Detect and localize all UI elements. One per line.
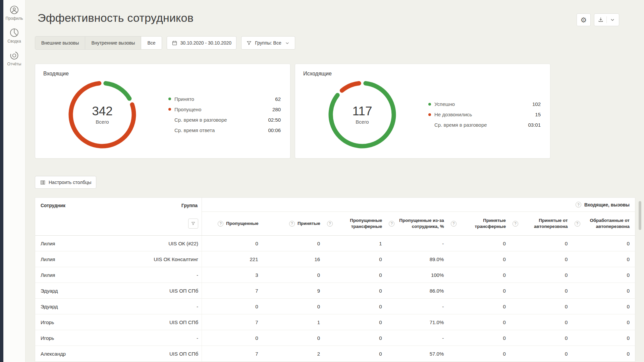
table-row[interactable]: Эдуард-000-000 <box>35 299 635 314</box>
metric-cell: 3 <box>202 267 264 283</box>
help-icon[interactable]: ? <box>218 221 223 227</box>
help-icon[interactable]: ? <box>513 221 518 227</box>
metric-cell: 0 <box>449 314 511 330</box>
metrics-group-header: ? Входящие, вызовы <box>202 198 635 212</box>
column-header[interactable]: ?Принятые от автоперезвона <box>511 212 573 235</box>
help-icon[interactable]: ? <box>575 221 580 227</box>
summary-icon <box>10 28 19 37</box>
metric-cell: 0 <box>325 330 387 346</box>
column-header[interactable]: ?Пропущенные <box>202 212 264 235</box>
donut-total-label: Всего <box>96 119 109 125</box>
metric-cell: 0 <box>573 330 635 346</box>
help-icon[interactable]: ? <box>451 221 457 227</box>
sidebar-item-summary[interactable]: Сводка <box>7 28 21 44</box>
legend-item: Принято62 <box>168 96 281 102</box>
group-cell: UIS ОП СПб <box>149 351 202 357</box>
calendar-icon <box>172 40 177 46</box>
metric-cell: 0 <box>511 251 573 267</box>
card-title: Входящие <box>43 71 282 77</box>
legend-stat: Ср. время в разговоре02:50 <box>168 117 281 123</box>
help-icon[interactable]: ? <box>327 221 333 227</box>
legend-item: Пропущено280 <box>168 107 281 112</box>
metric-cell: 0 <box>325 283 387 298</box>
group-cell: UIS ОК (#22) <box>149 241 202 246</box>
donut-chart-outgoing: 117 Всего <box>327 80 397 149</box>
donut-legend: Принято62Пропущено280Ср. время в разгово… <box>168 96 281 133</box>
column-header[interactable]: ?Принятые трансферные <box>449 212 511 235</box>
table-row[interactable]: ЭдуардUIS ОП СПб79086.0%000 <box>35 283 635 299</box>
configure-columns-button[interactable]: Настроить столбцы <box>35 176 96 189</box>
legend-dot <box>428 103 431 106</box>
help-icon[interactable]: ? <box>289 221 295 227</box>
filter-row: Внешние вызовыВнутренние вызовыВсе 30.10… <box>35 36 635 50</box>
employee-cell: Игорь <box>35 335 149 341</box>
columns-icon <box>40 180 46 185</box>
metric-cell: 0 <box>449 330 511 346</box>
metric-cell: 0 <box>264 236 326 251</box>
chevron-down-icon <box>284 40 290 46</box>
legend-item: Не дозвонились15 <box>428 112 541 117</box>
employees-table: Сотрудник Группа ? Входящие, вызовы ?Про… <box>35 197 635 362</box>
donut-total: 342 <box>92 104 113 118</box>
profile-icon <box>10 5 19 14</box>
column-header[interactable]: ?Пропущенные трансферные <box>326 212 387 235</box>
call-type-tab[interactable]: Внешние вызовы <box>35 37 85 49</box>
metric-cell: 86.0% <box>387 283 449 298</box>
metric-cell: 7 <box>202 314 264 330</box>
group-cell: UIS ОП СПб <box>149 288 202 294</box>
metric-cell: 0 <box>449 236 511 251</box>
column-header[interactable]: ?Пропущенные из-за сотрудника, % <box>387 212 449 235</box>
date-range-button[interactable]: 30.10.2020 - 30.10.2020 <box>167 36 237 50</box>
table-row[interactable]: Игорь-000-000 <box>35 330 635 346</box>
table-row[interactable]: ЛилияUIS ОК Консалтинг22116089.0%000 <box>35 251 635 267</box>
donut-total: 117 <box>353 104 372 118</box>
group-filter-button[interactable] <box>188 219 198 229</box>
help-icon[interactable]: ? <box>576 202 581 207</box>
main-content: Эффективность сотрудников ⚙ Внешние вызо… <box>25 0 644 362</box>
column-header[interactable]: ?Обработанные от автоперезвона <box>573 212 635 235</box>
group-cell: UIS ОК Консалтинг <box>149 256 202 262</box>
summary-cards: Входящие 342 Всего Принято62Пропущено280… <box>35 64 550 159</box>
metric-cell: 0 <box>573 299 635 314</box>
metric-cell: 0 <box>264 267 326 283</box>
metric-cell: 0 <box>202 299 264 314</box>
employee-cell: Александр <box>35 351 149 357</box>
column-header-group[interactable]: Группа <box>149 198 202 212</box>
group-cell: UIS ОП СПб <box>149 319 202 325</box>
metrics-group-header-label: Входящие, вызовы <box>584 202 630 207</box>
metric-cell: 0 <box>511 283 573 298</box>
call-type-tab[interactable]: Все <box>141 37 161 49</box>
metric-cell: 0 <box>264 299 326 314</box>
column-header-employee[interactable]: Сотрудник <box>35 198 149 212</box>
incoming-calls-card: Входящие 342 Всего Принято62Пропущено280… <box>35 64 290 159</box>
metric-cell: 0 <box>573 314 635 330</box>
metric-cell: 0 <box>449 283 511 298</box>
metric-header-row: ?Пропущенные?Принятые?Пропущенные трансф… <box>202 212 635 235</box>
table-row[interactable]: АлександрUIS ОП СПб72057.0%000 <box>35 346 635 362</box>
table-row[interactable]: ИгорьUIS ОП СПб71071.0%000 <box>35 314 635 330</box>
table-body: ЛилияUIS ОК (#22)001-000ЛилияUIS ОК Конс… <box>35 236 635 362</box>
groups-filter-button[interactable]: Группы: Все <box>241 36 295 50</box>
call-type-tab[interactable]: Внутренние вызовы <box>85 37 141 49</box>
group-cell: - <box>149 335 202 341</box>
employee-cell: Эдуард <box>35 288 149 294</box>
sidebar-item-reports[interactable]: Отчёты <box>7 51 21 66</box>
vertical-scrollbar[interactable] <box>639 201 641 230</box>
table-row[interactable]: ЛилияUIS ОК (#22)001-000 <box>35 236 635 251</box>
column-header[interactable]: ?Принятые <box>264 212 325 235</box>
metric-cell: 0 <box>264 330 326 346</box>
employee-cell: Лилия <box>35 272 149 278</box>
metric-cell: 0 <box>202 330 264 346</box>
donut-total-label: Всего <box>356 119 369 125</box>
help-icon[interactable]: ? <box>389 221 394 227</box>
metric-cell: - <box>387 236 449 251</box>
metric-cell: 0 <box>449 267 511 283</box>
sidebar-item-profile[interactable]: Профиль <box>6 5 23 21</box>
metric-cell: 0 <box>325 314 387 330</box>
table-row[interactable]: Лилия-300100%000 <box>35 267 635 283</box>
metric-cell: 89.0% <box>387 251 449 267</box>
settings-button[interactable]: ⚙ <box>577 13 591 26</box>
call-type-tabs: Внешние вызовыВнутренние вызовыВсе <box>35 36 162 50</box>
employee-cell: Эдуард <box>35 304 149 309</box>
export-button[interactable] <box>594 13 619 26</box>
